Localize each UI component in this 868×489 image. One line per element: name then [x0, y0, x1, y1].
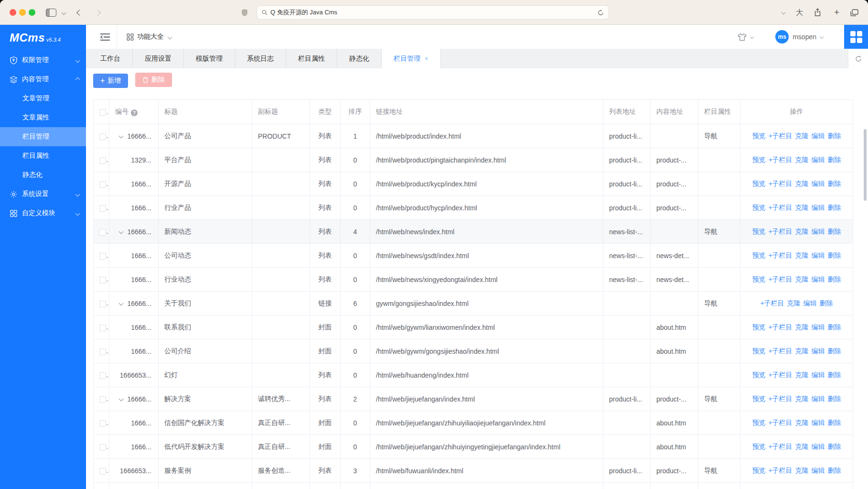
action-link[interactable]: 克隆 — [795, 443, 809, 450]
action-link[interactable]: +子栏目 — [768, 371, 792, 379]
action-link[interactable]: 克隆 — [795, 467, 809, 474]
action-link[interactable]: 编辑 — [812, 251, 825, 259]
tab-template-management[interactable]: 模版管理 — [184, 49, 235, 68]
close-window-button[interactable] — [10, 9, 16, 16]
refresh-tab-icon[interactable] — [848, 49, 868, 68]
action-link[interactable]: 编辑 — [812, 443, 825, 450]
action-link[interactable]: 删除 — [828, 132, 841, 140]
help-icon[interactable]: ? — [131, 109, 138, 116]
reload-icon[interactable] — [598, 10, 604, 16]
action-link[interactable]: +子栏目 — [768, 395, 792, 402]
row-checkbox[interactable] — [99, 157, 106, 164]
share-icon[interactable] — [814, 0, 821, 25]
row-checkbox[interactable] — [99, 301, 106, 307]
action-link[interactable]: +子栏目 — [768, 467, 792, 474]
action-link[interactable]: 预览 — [752, 156, 765, 163]
expand-chevron-icon[interactable] — [119, 133, 124, 138]
sidebar-item-content[interactable]: 内容管理 — [0, 70, 86, 89]
row-checkbox[interactable] — [99, 205, 106, 212]
action-link[interactable]: 删除 — [820, 299, 833, 307]
action-link[interactable]: 预览 — [752, 323, 765, 331]
tab-workbench[interactable]: 工作台 — [88, 49, 133, 68]
action-link[interactable]: 克隆 — [787, 299, 801, 307]
action-link[interactable]: +子栏目 — [768, 132, 792, 140]
privacy-shield-icon[interactable] — [241, 0, 248, 25]
expand-chevron-icon[interactable] — [119, 301, 124, 305]
add-button[interactable]: + 新增 — [93, 74, 128, 88]
select-all-checkbox[interactable] — [99, 109, 106, 116]
action-link[interactable]: 编辑 — [804, 299, 817, 307]
action-link[interactable]: 编辑 — [812, 419, 825, 426]
action-link[interactable]: 预览 — [752, 467, 765, 474]
tab-app-settings[interactable]: 应用设置 — [133, 49, 184, 68]
tab-system-logs[interactable]: 系统日志 — [235, 49, 286, 68]
delete-button[interactable]: 删除 — [135, 73, 172, 87]
action-link[interactable]: +子栏目 — [768, 204, 792, 211]
row-checkbox[interactable] — [99, 133, 106, 140]
action-link[interactable]: 编辑 — [812, 347, 825, 355]
action-link[interactable]: 预览 — [752, 419, 765, 426]
action-link[interactable]: 编辑 — [812, 371, 825, 379]
sidebar-item-article-management[interactable]: 文章管理 — [0, 89, 86, 108]
action-link[interactable]: 删除 — [828, 395, 841, 402]
action-link[interactable]: 编辑 — [812, 228, 825, 235]
new-tab-icon[interactable]: + — [834, 0, 839, 25]
chevron-down-icon[interactable] — [62, 0, 65, 25]
action-link[interactable]: 预览 — [752, 275, 765, 283]
action-link[interactable]: +子栏目 — [760, 299, 784, 307]
action-link[interactable]: 编辑 — [812, 323, 825, 331]
tab-static[interactable]: 静态化 — [337, 49, 382, 68]
action-link[interactable]: 预览 — [752, 371, 765, 379]
action-link[interactable]: 删除 — [828, 419, 841, 426]
text-size-icon[interactable]: 大 — [796, 0, 803, 25]
action-link[interactable]: +子栏目 — [768, 419, 792, 426]
action-link[interactable]: 编辑 — [812, 395, 825, 402]
action-link[interactable]: +子栏目 — [768, 228, 792, 235]
apps-grid-button[interactable] — [844, 25, 868, 49]
sidebar-item-column-management[interactable]: 栏目管理 — [0, 127, 86, 146]
minimize-window-button[interactable] — [19, 9, 26, 16]
action-link[interactable]: 克隆 — [795, 204, 809, 211]
action-link[interactable]: 预览 — [752, 228, 765, 235]
action-link[interactable]: 克隆 — [795, 323, 809, 331]
action-link[interactable]: 删除 — [828, 180, 841, 187]
address-bar[interactable]: Q 免疫开源的 Java Cms — [257, 5, 609, 20]
sidebar-item-custom-modules[interactable]: 自定义模块 — [0, 204, 86, 223]
action-link[interactable]: 预览 — [752, 443, 765, 450]
forward-button[interactable] — [96, 0, 100, 25]
action-link[interactable]: 预览 — [752, 251, 765, 259]
row-checkbox[interactable] — [99, 348, 106, 355]
action-link[interactable]: 预览 — [752, 132, 765, 140]
action-link[interactable]: 删除 — [828, 251, 841, 259]
expand-chevron-icon[interactable] — [119, 229, 124, 234]
action-link[interactable]: 克隆 — [795, 228, 809, 235]
action-link[interactable]: 删除 — [828, 275, 841, 283]
action-link[interactable]: 编辑 — [812, 180, 825, 187]
expand-chevron-icon[interactable] — [119, 396, 124, 401]
row-checkbox[interactable] — [99, 325, 106, 331]
action-link[interactable]: 编辑 — [812, 156, 825, 163]
back-button[interactable] — [77, 0, 82, 25]
page-menu-chevron-icon[interactable] — [782, 0, 785, 25]
sidebar-item-article-attributes[interactable]: 文章属性 — [0, 108, 86, 127]
zoom-window-button[interactable] — [29, 9, 35, 16]
sidebar-item-system-settings[interactable]: 系统设置 — [0, 185, 86, 204]
action-link[interactable]: 编辑 — [812, 467, 825, 474]
action-link[interactable]: 预览 — [752, 395, 765, 402]
action-link[interactable]: 编辑 — [812, 132, 825, 140]
scrollbar-thumb[interactable] — [864, 129, 867, 201]
action-link[interactable]: +子栏目 — [768, 443, 792, 450]
row-checkbox[interactable] — [99, 468, 106, 475]
action-link[interactable]: +子栏目 — [768, 275, 792, 283]
action-link[interactable]: 克隆 — [795, 132, 809, 140]
row-checkbox[interactable] — [99, 229, 106, 236]
action-link[interactable]: +子栏目 — [768, 251, 792, 259]
row-checkbox[interactable] — [99, 396, 106, 403]
action-link[interactable]: 删除 — [828, 156, 841, 163]
action-link[interactable]: 预览 — [752, 180, 765, 187]
action-link[interactable]: 克隆 — [795, 371, 809, 379]
row-checkbox[interactable] — [99, 277, 106, 283]
action-link[interactable]: +子栏目 — [768, 156, 792, 163]
row-checkbox[interactable] — [99, 253, 106, 260]
tab-overview-icon[interactable] — [850, 0, 858, 25]
